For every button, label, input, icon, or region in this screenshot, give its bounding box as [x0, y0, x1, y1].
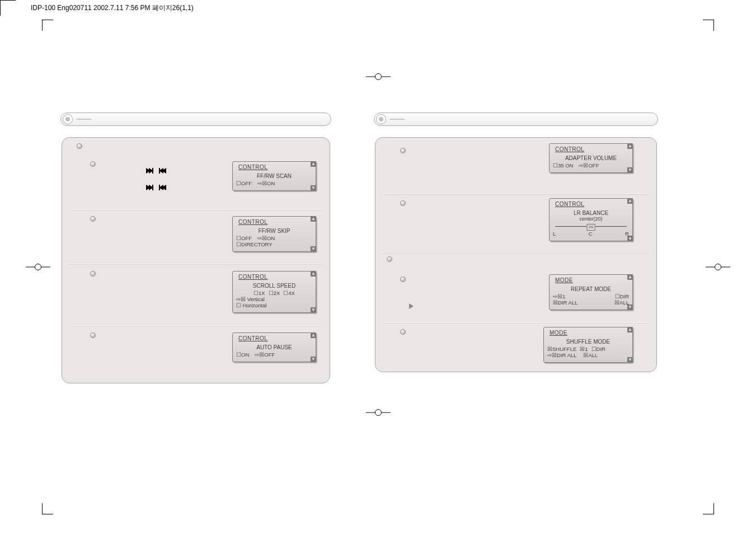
bullet-icon — [90, 271, 96, 277]
lcd-option: ☒DIR ALL — [553, 300, 577, 306]
lcd-option: ⇨☒OFF — [255, 352, 275, 358]
guide-bracket — [703, 20, 714, 31]
up-arrow-icon: ▲ — [311, 161, 316, 167]
left-panel: ▲ ▼ CONTROL FF/RW SCAN ☐OFF ⇨☒ON ▲ ▼ CON… — [62, 137, 330, 383]
up-arrow-icon: ▲ — [311, 271, 316, 277]
lcd-ffrw-skip: ▲ ▼ CONTROL FF/RW SKIP ☐OFF ⇨☒ON ☐DIRECT… — [232, 216, 316, 252]
document-header: IDP-100 Eng020711 2002.7.11 7:56 PM 페이지2… — [31, 3, 194, 13]
balance-value: 20 — [587, 224, 595, 230]
registration-mark — [706, 263, 730, 271]
lcd-tab: CONTROL — [555, 146, 584, 153]
crop-mark — [0, 0, 1, 16]
guide-bracket — [42, 503, 53, 514]
header-pill-left — [60, 110, 331, 128]
lcd-option: ⇨☒ON — [257, 181, 275, 187]
header-pill-right — [374, 110, 658, 128]
bullet-icon — [400, 200, 406, 206]
play-icon — [409, 303, 414, 309]
lcd-tab: MODE — [550, 330, 567, 336]
bullet-icon — [400, 277, 406, 282]
separator — [382, 252, 650, 253]
down-arrow-icon: ▼ — [627, 236, 633, 241]
lcd-scroll-speed: ▲ ▼ CONTROL SCROLL SPEED ☐1X ☐2X ☐4X ⇨☒ … — [232, 271, 316, 313]
down-arrow-icon: ▼ — [627, 357, 633, 363]
lcd-option: ☐2X — [269, 291, 280, 297]
bullet-icon — [90, 332, 96, 338]
lcd-ffrw-scan: ▲ ▼ CONTROL FF/RW SCAN ☐OFF ⇨☒ON — [232, 161, 316, 191]
bullet-icon — [90, 216, 96, 222]
right-panel: ▲ ▼ CONTROL ADAPTER VOLUME ☐35 ON ⇨☒OFF … — [375, 137, 657, 372]
separator — [69, 325, 323, 326]
guide-bracket — [42, 20, 53, 31]
lcd-auto-pause: ▲ ▼ CONTROL AUTO PAUSE ☐ON ⇨☒OFF — [232, 332, 316, 362]
lcd-title: FF/RW SKIP — [236, 228, 312, 235]
lcd-option: ☐4X — [283, 291, 295, 297]
guide-bracket — [703, 503, 714, 514]
up-arrow-icon: ▲ — [627, 143, 633, 149]
lcd-title: SCROLL SPEED — [236, 283, 312, 289]
down-arrow-icon: ▼ — [311, 307, 316, 313]
up-arrow-icon: ▲ — [627, 274, 633, 280]
crop-mark — [0, 0, 16, 1]
lcd-option: ☐ Horizontal — [236, 303, 266, 309]
lcd-adapter-volume: ▲ ▼ CONTROL ADAPTER VOLUME ☐35 ON ⇨☒OFF — [549, 143, 633, 173]
lcd-tab: CONTROL — [555, 201, 584, 208]
lcd-scale-c: C — [589, 231, 593, 237]
lcd-scale-l: L — [553, 231, 556, 237]
lcd-title: SHUFFLE MODE — [547, 339, 629, 345]
separator — [382, 322, 650, 323]
lcd-title: FF/RW SCAN — [236, 173, 312, 180]
lcd-title: REPEAT MODE — [553, 286, 629, 293]
lcd-option: ☐OFF — [236, 181, 252, 187]
lcd-title: AUTO PAUSE — [236, 344, 312, 351]
up-arrow-icon: ▲ — [627, 198, 633, 204]
lcd-title: ADAPTER VOLUME — [553, 155, 629, 162]
lcd-option: ☐35 ON — [553, 163, 573, 169]
lcd-option: ☒ALL — [583, 353, 598, 359]
bullet-icon — [387, 256, 392, 262]
separator — [382, 194, 650, 194]
lcd-repeat-mode: ▲ ▼ MODE REPEAT MODE ⇨☒1 ☐DIR ☒DIR ALL ☒… — [549, 274, 633, 310]
prev-track-icon — [146, 182, 166, 193]
separator — [69, 264, 323, 264]
down-arrow-icon: ▼ — [627, 167, 633, 173]
lcd-option: ⇨☒OFF — [579, 163, 599, 169]
up-arrow-icon: ▲ — [627, 327, 633, 332]
lcd-lr-balance: ▲ ▼ CONTROL LR BALANCE center(20) 20 L C… — [549, 198, 633, 241]
lcd-title: LR BALANCE — [553, 210, 629, 217]
lcd-option: ☐ON — [236, 352, 249, 358]
bullet-icon — [400, 329, 406, 335]
down-arrow-icon: ▼ — [311, 185, 316, 191]
lcd-tab: CONTROL — [238, 335, 267, 342]
lcd-tab: CONTROL — [238, 164, 267, 171]
down-arrow-icon: ▼ — [311, 357, 316, 362]
lcd-option: ⇨☒DIR ALL — [547, 353, 576, 359]
bullet-icon — [77, 143, 82, 149]
bullet-icon — [90, 161, 96, 167]
lcd-option: ☐DIRECTORY — [236, 242, 273, 248]
up-arrow-icon: ▲ — [311, 332, 316, 338]
lcd-tab: MODE — [555, 277, 573, 284]
down-arrow-icon: ▼ — [627, 305, 633, 310]
up-arrow-icon: ▲ — [311, 216, 316, 222]
down-arrow-icon: ▼ — [311, 246, 316, 252]
lcd-shuffle-mode: ▲ ▼ MODE SHUFFLE MODE ☒SHUFFLE ☒1 ☐DIR ⇨… — [543, 327, 633, 363]
next-track-icon — [146, 166, 166, 176]
lcd-tab: CONTROL — [238, 274, 267, 280]
registration-mark — [366, 409, 391, 416]
registration-mark — [26, 263, 50, 271]
registration-mark — [366, 73, 391, 81]
lcd-tab: CONTROL — [238, 219, 267, 226]
bullet-icon — [400, 148, 406, 153]
lcd-subtitle: center(20) — [553, 216, 629, 222]
separator — [69, 209, 323, 210]
